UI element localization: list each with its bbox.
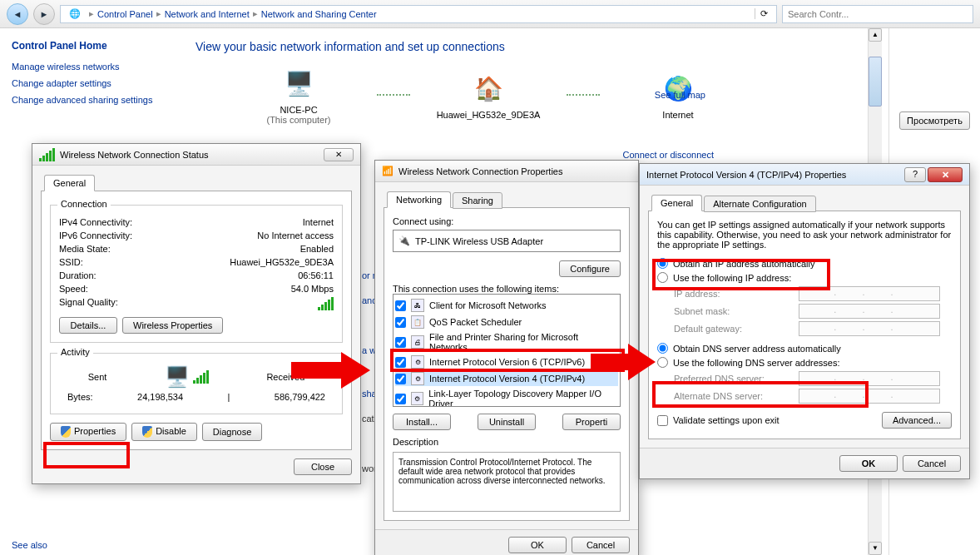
- router-icon: 🏠: [470, 70, 507, 107]
- lltd-icon: ⚙: [411, 392, 423, 405]
- search-input[interactable]: [782, 5, 973, 23]
- wireless-properties-button[interactable]: Wireless Properties: [122, 317, 223, 334]
- group-activity: Activity: [57, 347, 93, 357]
- label-received: Received: [266, 372, 304, 382]
- dialog-title: Wireless Network Connection Properties: [398, 166, 562, 176]
- breadcrumb-item[interactable]: Control Panel: [97, 9, 153, 19]
- close-icon[interactable]: ✕: [928, 167, 963, 182]
- node-name: Internet: [620, 110, 736, 120]
- left-link[interactable]: Change adapter settings: [12, 78, 176, 88]
- help-icon[interactable]: ?: [904, 167, 926, 182]
- view-button[interactable]: Просмотреть: [899, 111, 970, 130]
- uninstall-button[interactable]: Uninstall: [478, 414, 536, 430]
- value: 06:56:11: [298, 270, 334, 280]
- label: Bytes:: [67, 392, 93, 402]
- adapter-icon: 🔌: [398, 235, 410, 246]
- dialog-title: Wireless Network Connection Status: [60, 150, 209, 160]
- breadcrumb[interactable]: 🌐 ▸ Control Panel▸ Network and Internet▸…: [60, 5, 777, 23]
- list-item[interactable]: ⚙Internet Protocol Version 6 (TCP/IPv6): [395, 354, 618, 369]
- shield-icon: [142, 426, 152, 438]
- intro-text: You can get IP settings assigned automat…: [657, 220, 952, 250]
- cancel-button[interactable]: Cancel: [572, 537, 630, 553]
- qos-icon: 📋: [411, 315, 424, 329]
- description-text: Transmission Control Protocol/Internet P…: [393, 452, 621, 512]
- activity-icon: [193, 370, 209, 384]
- bytes-sent: 24,198,534: [137, 392, 183, 402]
- list-item-ipv4[interactable]: ⚙Internet Protocol Version 4 (TCP/IPv4): [395, 371, 618, 386]
- globe-icon: 🌍: [660, 70, 696, 107]
- wireless-status-dialog: Wireless Network Connection Status ✕ Gen…: [32, 143, 361, 484]
- label: IPv6 Connectivity:: [59, 230, 132, 240]
- subnet-input: . . .: [799, 304, 940, 319]
- signal-bars-icon: [318, 297, 334, 310]
- label: Media State:: [59, 244, 111, 254]
- item-properties-button[interactable]: Properti: [562, 414, 621, 430]
- label: This connection uses the following items…: [393, 284, 621, 294]
- close-icon[interactable]: ✕: [324, 148, 354, 161]
- value: No Internet access: [257, 230, 334, 240]
- connect-disconnect-link[interactable]: Connect or disconnect: [623, 150, 714, 160]
- bytes-received: 586,799,422: [275, 392, 325, 402]
- refresh-icon[interactable]: ⟳: [755, 8, 773, 19]
- adapter-name: TP-LINK Wireless USB Adapter: [415, 236, 543, 246]
- cp-home[interactable]: Control Panel Home: [12, 40, 176, 52]
- list-item[interactable]: 📋QoS Packet Scheduler: [395, 315, 618, 330]
- client-icon: 🖧: [411, 299, 424, 312]
- label: Preferred DNS server:: [674, 374, 799, 384]
- ok-button[interactable]: OK: [839, 455, 898, 472]
- tab-networking[interactable]: Networking: [387, 191, 451, 208]
- left-link[interactable]: Change advanced sharing settings: [12, 95, 176, 105]
- network-icon: 📶: [382, 166, 393, 176]
- computer-icon: 🖥️: [280, 65, 317, 102]
- list-item[interactable]: ⚙Link-Layer Topology Discovery Mapper I/…: [395, 388, 618, 407]
- advanced-button[interactable]: Advanced...: [882, 412, 952, 429]
- label-sent: Sent: [88, 372, 107, 382]
- see-full-map-link[interactable]: See full map: [655, 90, 705, 100]
- list-item[interactable]: 🖧Client for Microsoft Networks: [395, 298, 618, 313]
- alt-dns-input: . . .: [799, 389, 940, 404]
- items-list[interactable]: 🖧Client for Microsoft Networks 📋QoS Pack…: [393, 294, 621, 407]
- ipv4-icon: ⚙: [411, 372, 424, 385]
- close-button[interactable]: Close: [294, 458, 352, 475]
- node-name: NICE-PC: [240, 105, 357, 115]
- wifi-icon: [39, 148, 55, 161]
- radio-ip-auto[interactable]: Obtain an IP address automatically: [657, 258, 952, 269]
- label: IPv4 Connectivity:: [59, 217, 132, 227]
- page-heading: View your basic network information and …: [196, 40, 977, 53]
- pref-dns-input: . . .: [799, 371, 940, 386]
- breadcrumb-item[interactable]: Network and Sharing Center: [261, 9, 377, 19]
- ipv4-properties-dialog: Internet Protocol Version 4 (TCP/IPv4) P…: [639, 163, 970, 479]
- nav-back-button[interactable]: ◄: [7, 3, 28, 25]
- radio-ip-manual[interactable]: Use the following IP address:: [657, 272, 952, 283]
- tab-general[interactable]: General: [44, 175, 95, 191]
- disable-button[interactable]: Disable: [131, 423, 197, 441]
- cancel-button[interactable]: Cancel: [903, 455, 961, 472]
- share-icon: 🖨: [411, 335, 424, 349]
- label: Duration:: [59, 270, 97, 280]
- diagnose-button[interactable]: Diagnose: [202, 423, 262, 441]
- shield-icon: [61, 426, 71, 438]
- radio-dns-auto[interactable]: Obtain DNS server address automatically: [657, 343, 952, 354]
- list-item[interactable]: 🖨File and Printer Sharing for Microsoft …: [395, 331, 618, 353]
- ipv6-icon: ⚙: [411, 355, 424, 369]
- see-also: See also: [12, 540, 47, 550]
- connection-properties-dialog: 📶 Wireless Network Connection Properties…: [374, 160, 639, 555]
- adapter-box: 🔌 TP-LINK Wireless USB Adapter: [393, 230, 621, 252]
- configure-button[interactable]: Configure: [559, 260, 621, 277]
- ok-button[interactable]: OK: [508, 537, 567, 553]
- label: Alternate DNS server:: [674, 391, 799, 401]
- tab-sharing[interactable]: Sharing: [453, 192, 502, 209]
- node-name: Huawei_HG532e_9DE3A: [430, 110, 547, 120]
- tab-general[interactable]: General: [651, 195, 702, 211]
- nav-forward-button[interactable]: ►: [33, 3, 55, 25]
- install-button[interactable]: Install...: [393, 414, 451, 430]
- validate-checkbox[interactable]: Validate settings upon exit Advanced...: [657, 412, 952, 429]
- breadcrumb-item[interactable]: Network and Internet: [165, 9, 250, 19]
- radio-dns-manual[interactable]: Use the following DNS server addresses:: [657, 357, 952, 368]
- tab-alternate[interactable]: Alternate Configuration: [704, 196, 816, 212]
- details-button[interactable]: Details...: [59, 317, 117, 334]
- left-link[interactable]: Manage wireless networks: [12, 62, 176, 72]
- properties-button[interactable]: Properties: [50, 423, 126, 441]
- label: Description: [393, 437, 621, 447]
- label: IP address:: [674, 289, 799, 299]
